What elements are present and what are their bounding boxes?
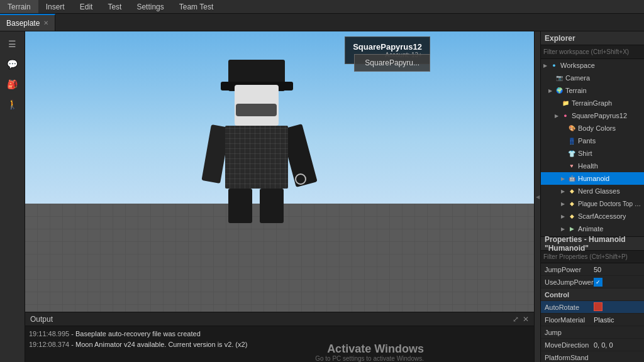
tree-shirt[interactable]: 👕 Shirt (541, 147, 644, 160)
tree-terrain-label: Terrain (565, 87, 587, 94)
profile-button[interactable]: SquarePapyru... (354, 54, 430, 72)
backpack-icon-btn[interactable]: 🎒 (3, 75, 22, 94)
tab-label: Baseplate (6, 19, 40, 28)
prop-control-section: Control (541, 288, 644, 301)
tree-humanoid-label: Humanoid (578, 175, 609, 182)
output-line-2: 19:12:08.374 - Moon Animator v24 availab… (29, 339, 530, 350)
viewport[interactable]: SquarePapyrus12 Account: 13+ SquarePapyr… (25, 31, 534, 362)
prop-usejumppower-value[interactable]: ✓ (591, 278, 644, 287)
terraingraph-icon: 📁 (561, 99, 570, 107)
explorer-tree: ▶ ● Workspace 📷 Camera ▶ 🌍 Terrain 📁 Ter… (541, 59, 644, 236)
aim-circle (295, 173, 306, 185)
character (203, 47, 316, 223)
output-icons: ⤢ ✕ (513, 315, 529, 324)
properties-header: Properties - Humanoid "Humanoid" (541, 237, 644, 251)
output-close-icon[interactable]: ✕ (523, 315, 529, 324)
plaguedoctors-icon: ◆ (567, 199, 576, 208)
tree-plaguedoctors-label: Plague Doctors Top Hat (578, 200, 644, 207)
output-content: 19:11:48.995 - Baseplate auto-recovery f… (25, 326, 534, 352)
prop-jumppower-name: JumpPower (541, 266, 591, 273)
tree-animate[interactable]: ▶ ▶ Animate (541, 222, 644, 235)
tree-arrow: ▶ (561, 214, 567, 219)
output-panel: Output ⤢ ✕ 19:11:48.995 - Baseplate auto… (25, 312, 534, 362)
filter-workspace-input[interactable] (543, 48, 641, 55)
output-msg-2: Moon Animator v24 available. Current ver… (75, 341, 247, 348)
prop-jumppower-value[interactable]: 50 (591, 266, 644, 273)
char-torso (225, 126, 288, 189)
menu-insert[interactable]: Insert (38, 0, 72, 13)
main-layout: ☰ 💬 🎒 🚶 SquarePapyrus12 Account: 13+ Squ… (0, 31, 644, 362)
prop-usejumppower-name: UseJumpPower (541, 278, 591, 286)
right-panel: Explorer ▶ ● Workspace 📷 Camera ▶ 🌍 Terr… (540, 31, 644, 362)
prop-autorotate-value[interactable] (591, 302, 644, 312)
char-glasses (236, 104, 277, 116)
tree-arrow: ▶ (561, 189, 567, 194)
tree-terraingraph[interactable]: 📁 TerrainGraph (541, 97, 644, 109)
profile-username: SquarePapyrus12 (353, 42, 422, 52)
prop-platformstand-name: PlatformStand (541, 354, 591, 361)
tree-camera[interactable]: 📷 Camera (541, 72, 644, 84)
filter-properties-input[interactable] (543, 253, 641, 260)
output-header: Output ⤢ ✕ (25, 312, 534, 326)
humanoid-icon: 🤖 (567, 174, 576, 183)
tree-pants-label: Pants (578, 137, 596, 145)
tree-scarfaccessory[interactable]: ▶ ◆ ScarfAccessory (541, 210, 644, 222)
char-left-leg (228, 189, 252, 223)
usejumppower-checkbox[interactable]: ✓ (594, 278, 602, 287)
properties-panel: Properties - Humanoid "Humanoid" JumpPow… (541, 236, 644, 362)
menu-icon-btn[interactable]: ☰ (3, 35, 22, 53)
tree-terraingraph-label: TerrainGraph (572, 99, 612, 107)
prop-floormaterial: FloorMaterial Plastic (541, 314, 644, 326)
prop-jumppower: JumpPower 50 (541, 263, 644, 276)
tree-humanoid[interactable]: ▶ 🤖 Humanoid (541, 172, 644, 185)
tree-arrow: ▶ (561, 201, 567, 207)
character-icon-btn[interactable]: 🚶 (3, 95, 22, 114)
output-timestamp-2: 19:12:08.374 (29, 341, 69, 348)
filter-workspace-bar (541, 45, 644, 59)
tree-squarepapyrus-label: SquarePapyrus12 (572, 112, 627, 119)
terrain-icon: 🌍 (555, 86, 564, 95)
tree-workspace[interactable]: ▶ ● Workspace (541, 59, 644, 72)
tree-camera-label: Camera (565, 74, 590, 82)
prop-jump-name: Jump (541, 329, 591, 336)
menu-test[interactable]: Test (100, 0, 129, 13)
prop-platformstand: PlatformStand (541, 351, 644, 362)
menu-settings[interactable]: Settings (129, 0, 171, 13)
pants-icon: 👖 (567, 136, 576, 145)
prop-autorotate[interactable]: AutoRotate (541, 301, 644, 314)
tree-bodycolors[interactable]: 🎨 Body Colors (541, 122, 644, 134)
output-line-1: 19:11:48.995 - Baseplate auto-recovery f… (29, 329, 530, 339)
autorotate-checkbox[interactable] (594, 302, 602, 311)
menu-edit[interactable]: Edit (72, 0, 101, 13)
tab-close-icon[interactable]: ✕ (43, 19, 48, 26)
panel-collapse-handle[interactable]: ◀ (534, 31, 540, 362)
tree-animate-label: Animate (578, 225, 603, 233)
nerdglasses-icon: ◆ (567, 187, 576, 195)
tree-nerdglasses[interactable]: ▶ ◆ Nerd Glasses (541, 185, 644, 197)
tree-plaguedoctors[interactable]: ▶ ◆ Plague Doctors Top Hat (541, 197, 644, 210)
explorer-title: Explorer (545, 34, 575, 43)
prop-jump: Jump (541, 326, 644, 339)
output-title: Output (30, 315, 53, 324)
menu-terrain[interactable]: Terrain (0, 0, 38, 13)
tab-baseplate[interactable]: Baseplate ✕ (0, 14, 55, 31)
prop-usejumppower: UseJumpPower ✓ (541, 276, 644, 288)
tree-arrow: ▶ (561, 226, 567, 232)
tab-bar: Baseplate ✕ (0, 14, 644, 31)
tree-health[interactable]: ♥ Health (541, 160, 644, 172)
tree-arrow: ▶ (548, 88, 555, 94)
tree-pants[interactable]: 👖 Pants (541, 134, 644, 147)
chat-icon-btn[interactable]: 💬 (3, 55, 22, 74)
tree-nerdglasses-label: Nerd Glasses (578, 187, 620, 195)
prop-floormaterial-value[interactable]: Plastic (591, 316, 644, 324)
tree-bodycolors-label: Body Colors (578, 124, 616, 132)
output-expand-icon[interactable]: ⤢ (513, 315, 519, 324)
menu-teamtest[interactable]: Team Test (172, 0, 221, 13)
tree-squarepapyrus[interactable]: ▶ ● SquarePapyrus12 (541, 109, 644, 122)
tree-scarfaccessory-label: ScarfAccessory (578, 212, 626, 220)
tree-terrain[interactable]: ▶ 🌍 Terrain (541, 84, 644, 97)
menu-bar: Terrain Insert Edit Test Settings Team T… (0, 0, 644, 14)
prop-movedirection: MoveDirection 0, 0, 0 (541, 339, 644, 351)
prop-movedirection-value[interactable]: 0, 0, 0 (591, 341, 644, 349)
output-timestamp-1: 19:11:48.995 (29, 330, 69, 337)
